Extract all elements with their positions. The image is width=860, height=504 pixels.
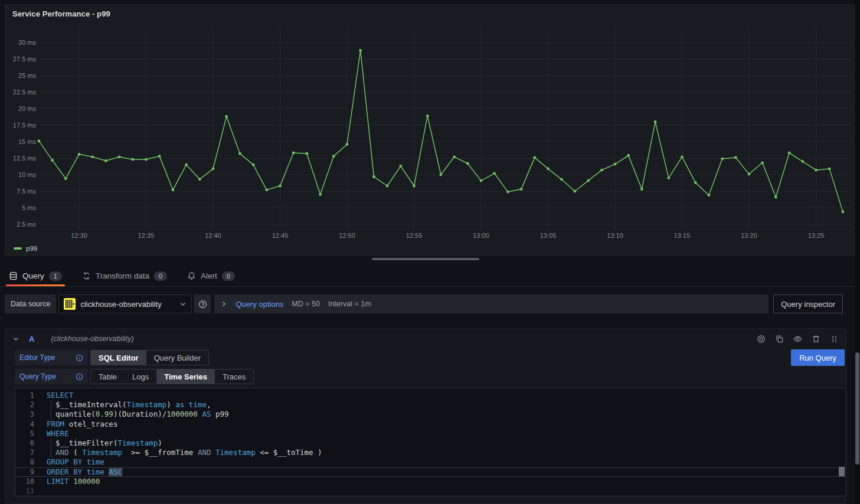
query-type-label-pill: Query Type <box>15 369 88 384</box>
tab-query-count: 1 <box>49 271 62 281</box>
code-line-4[interactable]: 4FROM otel_traces <box>15 420 846 429</box>
svg-text:20 ms: 20 ms <box>18 105 36 112</box>
tab-alert-count: 0 <box>222 271 235 281</box>
query-options-interval: Interval = 1m <box>328 300 371 308</box>
panel-title[interactable]: Service Performance - p99 <box>12 9 110 18</box>
query-type-option-traces[interactable]: Traces <box>215 369 253 384</box>
code-line-8[interactable]: 8GROUP BY time <box>15 457 846 467</box>
editor-type-label: Editor Type <box>19 354 55 362</box>
svg-text:17.5 ms: 17.5 ms <box>13 122 37 129</box>
svg-text:7.5 ms: 7.5 ms <box>17 188 37 195</box>
code-line-6[interactable]: 6 $__timeFilter(Timestamp) <box>15 438 846 448</box>
svg-text:15 ms: 15 ms <box>18 138 36 145</box>
database-icon <box>9 271 18 280</box>
query-type-option-logs[interactable]: Logs <box>125 369 156 384</box>
tab-transform-count: 0 <box>154 271 167 281</box>
tab-alert[interactable]: Alert 0 <box>184 266 238 286</box>
question-circle-icon <box>198 300 207 309</box>
svg-text:22.5 ms: 22.5 ms <box>13 89 37 96</box>
chart-legend: p99 <box>14 245 37 252</box>
page-scrollbar-track[interactable] <box>855 0 860 504</box>
svg-text:13:10: 13:10 <box>607 232 623 239</box>
svg-text:13:05: 13:05 <box>540 232 557 239</box>
tab-transform-data[interactable]: Transform data 0 <box>79 266 170 286</box>
duplicate-query-icon[interactable] <box>775 335 784 343</box>
editor-type-option-sql-editor[interactable]: SQL Editor <box>91 351 146 365</box>
svg-text:12:45: 12:45 <box>272 232 289 239</box>
svg-text:12:55: 12:55 <box>406 232 423 239</box>
run-query-button[interactable]: Run Query <box>791 349 845 366</box>
timeseries-panel: Service Performance - p99 30 ms27.5 ms25… <box>5 5 855 256</box>
editor-tabbar: Query 1 Transform data 0 Alert 0 <box>0 266 860 287</box>
query-options-toggle[interactable]: Query options <box>236 300 283 309</box>
collapse-chevron-icon[interactable] <box>12 335 19 342</box>
query-row-header[interactable]: A (clickhouse-observability) <box>5 329 846 349</box>
svg-text:12:30: 12:30 <box>71 232 87 239</box>
query-type-row: Query Type Table Logs Time Series Traces <box>15 369 846 384</box>
datasource-picker[interactable]: clickhouse-observability <box>58 294 192 313</box>
query-options-md: MD = 50 <box>292 300 320 308</box>
editor-scrollbar-thumb[interactable] <box>839 467 845 476</box>
query-datasource-hint: (clickhouse-observability) <box>51 335 133 343</box>
code-line-5[interactable]: 5WHERE <box>15 429 846 438</box>
editor-type-label-pill: Editor Type <box>15 350 88 365</box>
query-type-option-table[interactable]: Table <box>91 369 125 384</box>
disable-query-icon[interactable] <box>757 335 766 343</box>
svg-text:12:35: 12:35 <box>138 232 155 239</box>
chevron-down-icon <box>179 300 187 307</box>
code-line-11[interactable]: 11 <box>15 486 846 496</box>
legend-series-label[interactable]: p99 <box>26 245 37 252</box>
code-line-1[interactable]: 1SELECT <box>15 391 846 400</box>
tab-query[interactable]: Query 1 <box>6 266 65 286</box>
tab-alert-label: Alert <box>201 271 217 280</box>
query-type-radio-group: Table Logs Time Series Traces <box>90 369 254 384</box>
query-type-label: Query Type <box>19 372 56 381</box>
svg-text:13:20: 13:20 <box>741 232 757 239</box>
editor-type-radio-group: SQL Editor Query Builder <box>90 350 209 365</box>
legend-swatch <box>14 247 22 250</box>
svg-text:30 ms: 30 ms <box>18 39 36 46</box>
tab-transform-label: Transform data <box>96 271 149 280</box>
tab-query-label: Query <box>22 271 44 280</box>
drag-query-grip-icon[interactable] <box>830 335 839 343</box>
svg-text:5 ms: 5 ms <box>22 204 36 211</box>
info-icon[interactable] <box>76 354 83 362</box>
datasource-row: Data source clickhouse-observability Que… <box>5 294 843 313</box>
code-lines: 1SELECT2 $__timeInterval(Timestamp) as t… <box>15 391 846 496</box>
bell-icon <box>187 271 196 280</box>
code-line-3[interactable]: 3 quantile(0.99)(Duration)/1000000 AS p9… <box>15 410 846 419</box>
svg-text:12:40: 12:40 <box>205 232 221 239</box>
svg-text:13:25: 13:25 <box>808 232 825 239</box>
remove-query-trash-icon[interactable] <box>812 335 820 343</box>
panel-resize-handle[interactable] <box>372 258 479 260</box>
timeseries-chart[interactable]: 30 ms27.5 ms25 ms22.5 ms20 ms17.5 ms15 m… <box>5 22 854 243</box>
svg-text:10 ms: 10 ms <box>18 171 36 178</box>
svg-text:27.5 ms: 27.5 ms <box>13 55 37 63</box>
svg-text:12:50: 12:50 <box>339 232 355 239</box>
code-line-2[interactable]: 2 $__timeInterval(Timestamp) as time, <box>15 400 846 410</box>
grafana-panel-edit-page: Service Performance - p99 30 ms27.5 ms25… <box>0 0 860 504</box>
code-line-9[interactable]: 9ORDER BY time ASC <box>15 467 846 477</box>
svg-text:13:15: 13:15 <box>674 232 691 239</box>
query-ref-id[interactable]: A <box>29 335 34 343</box>
datasource-help-button[interactable] <box>194 294 211 313</box>
query-editor-card: A (clickhouse-observability) <box>5 328 846 504</box>
info-icon[interactable] <box>76 373 83 381</box>
code-line-10[interactable]: 10LIMIT 100000 <box>15 477 846 486</box>
editor-rows: Editor Type SQL Editor Query Builder Que… <box>5 349 846 496</box>
transform-icon <box>82 271 91 280</box>
svg-text:13:00: 13:00 <box>473 232 489 239</box>
datasource-label: Data source <box>5 294 56 313</box>
clickhouse-logo-icon <box>64 298 76 310</box>
editor-type-row: Editor Type SQL Editor Query Builder <box>15 350 846 365</box>
svg-text:12.5 ms: 12.5 ms <box>13 155 37 162</box>
editor-type-option-query-builder[interactable]: Query Builder <box>146 351 208 365</box>
query-inspector-button[interactable]: Query inspector <box>773 294 843 313</box>
sql-code-editor[interactable]: 1SELECT2 $__timeInterval(Timestamp) as t… <box>15 388 846 496</box>
query-type-option-time-series[interactable]: Time Series <box>156 369 215 384</box>
hide-response-eye-icon[interactable] <box>793 335 802 343</box>
page-scrollbar-thumb[interactable] <box>855 352 859 464</box>
query-row-actions <box>757 335 839 343</box>
code-line-7[interactable]: 7 AND ( Timestamp >= $__fromTime AND Tim… <box>15 448 846 457</box>
chevron-right-icon[interactable] <box>220 300 227 307</box>
